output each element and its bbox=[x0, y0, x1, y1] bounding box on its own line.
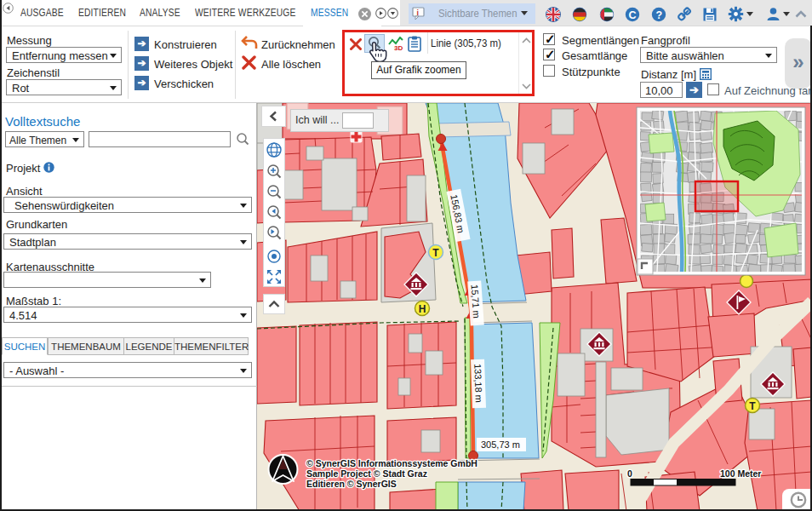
svg-text:Sample Project © Stadt Graz: Sample Project © Stadt Graz bbox=[306, 468, 427, 479]
svg-text:© SynerGIS Informationssysteme: © SynerGIS Informationssysteme GmbH bbox=[306, 458, 477, 468]
svg-text:305,73 m: 305,73 m bbox=[481, 439, 520, 450]
svg-text:C: C bbox=[629, 9, 637, 21]
svg-text:H: H bbox=[419, 303, 426, 315]
svg-text:100 Meter: 100 Meter bbox=[720, 468, 761, 479]
svg-text:Editieren © SynerGIS: Editieren © SynerGIS bbox=[306, 479, 397, 489]
svg-text:0: 0 bbox=[627, 468, 632, 479]
svg-text:?: ? bbox=[656, 9, 663, 21]
svg-text:T: T bbox=[749, 400, 756, 412]
svg-text:3D: 3D bbox=[394, 44, 403, 52]
svg-text:133,18 m: 133,18 m bbox=[472, 364, 484, 403]
svg-text:T: T bbox=[432, 247, 439, 259]
svg-text:i: i bbox=[417, 9, 420, 17]
